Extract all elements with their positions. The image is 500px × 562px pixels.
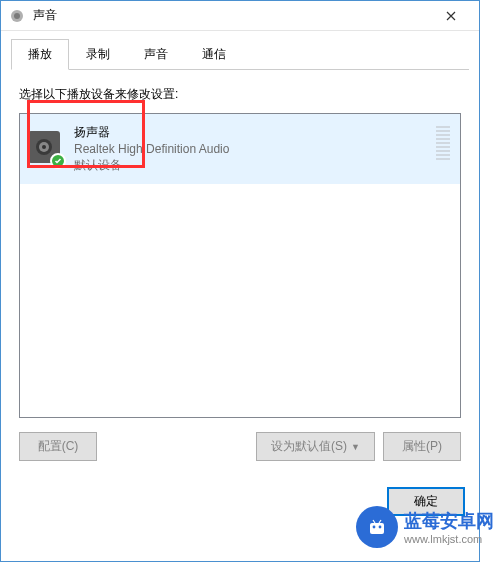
watermark-logo-icon bbox=[356, 506, 398, 548]
set-default-button[interactable]: 设为默认值(S)▼ bbox=[256, 432, 375, 461]
device-status: 默认设备 bbox=[74, 157, 229, 174]
device-description: Realtek High Definition Audio bbox=[74, 142, 229, 156]
close-button[interactable] bbox=[431, 2, 471, 30]
window-title: 声音 bbox=[33, 7, 431, 24]
spacer bbox=[105, 432, 248, 461]
watermark-url: www.lmkjst.com bbox=[404, 533, 494, 545]
device-text: 扬声器 Realtek High Definition Audio 默认设备 bbox=[74, 124, 229, 174]
svg-line-8 bbox=[373, 520, 375, 523]
sound-icon bbox=[9, 8, 25, 24]
button-label: 属性(P) bbox=[402, 439, 442, 453]
svg-point-6 bbox=[373, 526, 376, 529]
tab-communications[interactable]: 通信 bbox=[185, 39, 243, 70]
device-name: 扬声器 bbox=[74, 124, 229, 141]
tab-playback[interactable]: 播放 bbox=[11, 39, 69, 70]
device-list[interactable]: 扬声器 Realtek High Definition Audio 默认设备 bbox=[19, 113, 461, 418]
svg-point-7 bbox=[379, 526, 382, 529]
svg-point-4 bbox=[42, 145, 46, 149]
button-label: 配置(C) bbox=[38, 439, 79, 453]
tab-label: 录制 bbox=[86, 47, 110, 61]
tab-label: 通信 bbox=[202, 47, 226, 61]
instruction-text: 选择以下播放设备来修改设置: bbox=[19, 86, 461, 103]
watermark-text: 蓝莓安卓网 www.lmkjst.com bbox=[404, 509, 494, 545]
tab-label: 声音 bbox=[144, 47, 168, 61]
level-meter bbox=[436, 126, 450, 162]
watermark: 蓝莓安卓网 www.lmkjst.com bbox=[356, 506, 494, 548]
svg-point-1 bbox=[14, 13, 20, 19]
chevron-down-icon: ▼ bbox=[351, 442, 360, 452]
tab-recording[interactable]: 录制 bbox=[69, 39, 127, 70]
sound-dialog: 声音 播放 录制 声音 通信 选择以下播放设备来修改设置: bbox=[0, 0, 480, 562]
properties-button[interactable]: 属性(P) bbox=[383, 432, 461, 461]
tab-content: 选择以下播放设备来修改设置: 扬声器 Realtek High Definiti… bbox=[1, 70, 479, 477]
svg-line-9 bbox=[379, 520, 381, 523]
tab-sounds[interactable]: 声音 bbox=[127, 39, 185, 70]
device-item[interactable]: 扬声器 Realtek High Definition Audio 默认设备 bbox=[20, 114, 460, 184]
default-check-icon bbox=[50, 153, 66, 169]
tab-label: 播放 bbox=[28, 47, 52, 61]
titlebar: 声音 bbox=[1, 1, 479, 31]
svg-rect-5 bbox=[370, 523, 384, 534]
button-label: 设为默认值(S) bbox=[271, 439, 347, 453]
device-icon-wrap bbox=[28, 131, 64, 167]
action-buttons: 配置(C) 设为默认值(S)▼ 属性(P) bbox=[19, 432, 461, 461]
configure-button[interactable]: 配置(C) bbox=[19, 432, 97, 461]
watermark-title: 蓝莓安卓网 bbox=[404, 509, 494, 533]
tab-strip: 播放 录制 声音 通信 bbox=[1, 31, 479, 70]
